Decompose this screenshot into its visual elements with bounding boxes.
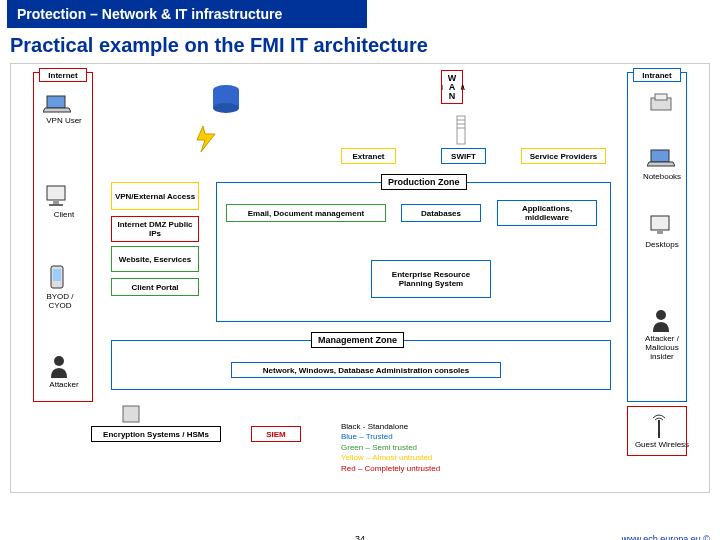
attacker-right-icon: [651, 308, 671, 332]
notebooks-printer-icon: [647, 92, 675, 116]
byod-label: BYOD / CYOD: [35, 292, 85, 310]
svg-rect-16: [655, 94, 667, 100]
legend-green: Green – Semi trusted: [341, 443, 440, 453]
section-header: Protection – Network & IT infrastructure: [7, 0, 367, 28]
vpn-user-laptop-icon: [43, 94, 71, 114]
wan-inner: WAN: [443, 72, 461, 102]
database-icon: [211, 84, 241, 114]
hsm-server-icon: [121, 404, 141, 424]
desktops-icon: [649, 214, 675, 238]
lightning-icon: [191, 124, 221, 154]
swift-box: SWIFT: [441, 148, 486, 164]
legend-blue: Blue – Trusted: [341, 432, 440, 442]
desktops-label: Desktops: [637, 240, 687, 249]
attacker-left-label: Attacker: [39, 380, 89, 389]
admin-consoles-box: Network, Windows, Database Administratio…: [231, 362, 501, 378]
svg-rect-19: [657, 230, 663, 234]
svg-rect-13: [53, 269, 61, 281]
architecture-diagram: Internet Intranet WAN WAN Extranet SWIFT…: [10, 63, 710, 493]
svg-rect-7: [123, 406, 139, 422]
vpn-user-label: VPN User: [39, 116, 89, 125]
svg-point-14: [54, 356, 64, 366]
databases-box: Databases: [401, 204, 481, 222]
legend-yellow: Yellow – Almost untrusted: [341, 453, 440, 463]
apps-box: Applications, middleware: [497, 200, 597, 226]
production-zone-label: Production Zone: [381, 174, 467, 190]
website-box: Website, Eservices: [111, 246, 199, 272]
svg-rect-17: [651, 150, 669, 162]
attacker-right-label: Attacker / Malicious insider: [633, 334, 691, 361]
client-label: Client: [39, 210, 89, 219]
legend-black: Black - Standalone: [341, 422, 440, 432]
erp-box: Enterprise Resource Planning System: [371, 260, 491, 298]
svg-rect-10: [53, 200, 59, 204]
svg-rect-11: [49, 204, 63, 206]
color-legend: Black - Standalone Blue – Trusted Green …: [341, 422, 440, 474]
client-portal-box: Client Portal: [111, 278, 199, 296]
page-number: 34: [355, 534, 365, 540]
swift-tower-icon: [451, 112, 471, 146]
notebooks-laptop-icon: [647, 148, 675, 168]
intranet-label: Intranet: [633, 68, 681, 82]
svg-rect-8: [47, 96, 65, 108]
legend-red: Red – Completely untrusted: [341, 464, 440, 474]
internet-label: Internet: [39, 68, 87, 82]
email-box: Email, Document management: [226, 204, 386, 222]
svg-point-20: [656, 310, 666, 320]
service-providers-box: Service Providers: [521, 148, 606, 164]
page-title: Practical example on the FMI IT architec…: [0, 28, 720, 63]
management-zone-label: Management Zone: [311, 332, 404, 348]
byod-phone-icon: [49, 264, 65, 290]
footer-url: www.ecb.europa.eu ©: [622, 534, 710, 540]
svg-point-2: [213, 103, 239, 113]
notebooks-label: Notebooks: [637, 172, 687, 181]
svg-rect-9: [47, 186, 65, 200]
hsm-box: Encryption Systems / HSMs: [91, 426, 221, 442]
attacker-left-icon: [49, 354, 69, 378]
client-desktop-icon: [45, 184, 71, 208]
wireless-zone: [627, 406, 687, 456]
siem-box: SIEM: [251, 426, 301, 442]
svg-rect-18: [651, 216, 669, 230]
dmz-box: Internet DMZ Public IPs: [111, 216, 199, 242]
extranet-box: Extranet: [341, 148, 396, 164]
vpn-access-box: VPN/External Access: [111, 182, 199, 210]
